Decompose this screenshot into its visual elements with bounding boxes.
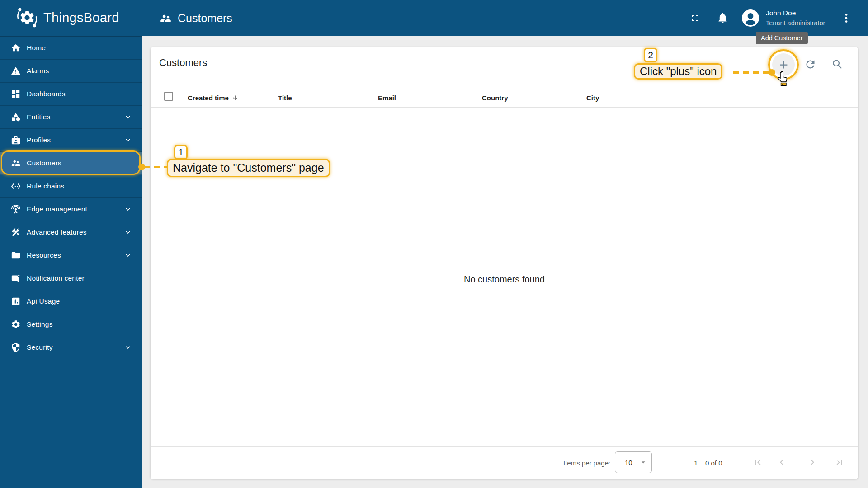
notification-center-icon [11,273,21,283]
sidebar-item-settings[interactable]: Settings [0,313,142,336]
next-page-button[interactable] [807,457,818,468]
profiles-icon [11,135,21,145]
footer-divider [151,446,858,447]
step2-callout: Click "plus" icon [634,63,722,80]
notifications-bell-icon[interactable] [717,12,729,24]
sidebar-item-label: Settings [27,320,53,328]
plus-icon [778,59,790,71]
select-all-checkbox[interactable] [164,92,173,101]
sidebar-item-label: Notification center [27,274,85,282]
caret-down-icon [639,458,648,467]
sort-arrow-down-icon [232,94,239,101]
sidebar-item-profiles[interactable]: Profiles [0,129,142,152]
customers-card: Customers Created timeTitleEmailCountryC… [151,47,858,479]
sidebar-item-label: Security [27,343,53,352]
page-title: Customers [159,57,207,69]
customers-people-icon [160,12,172,24]
kebab-menu-icon[interactable] [840,12,852,24]
last-page-button[interactable] [834,457,845,468]
page-size-select[interactable]: 10 [615,451,652,473]
sidebar-item-api-usage[interactable]: Api Usage [0,290,142,313]
sidebar-item-dashboards[interactable]: Dashboards [0,83,142,106]
page-size-value: 10 [625,459,632,466]
settings-icon [11,319,21,329]
sidebar-item-edge-management[interactable]: Edge management [0,198,142,221]
topbar-page-title: Customers [160,0,232,36]
thingsboard-logo-icon [15,6,39,29]
home-icon [11,43,21,53]
chevron-down-icon [123,205,132,214]
sidebar-item-label: Profiles [27,136,51,144]
empty-table-message: No customers found [151,274,858,285]
first-page-button[interactable] [752,457,763,468]
add-customer-tooltip: Add Customer [756,32,808,44]
sidebar: HomeAlarmsDashboardsEntitiesProfilesCust… [0,36,142,488]
sidebar-item-label: Entities [27,113,50,121]
pagination-range: 1 – 0 of 0 [694,459,722,467]
sidebar-item-label: Api Usage [27,297,60,305]
advanced-features-icon [11,227,21,237]
sidebar-item-label: Home [27,44,46,52]
sidebar-item-rule-chains[interactable]: Rule chains [0,175,142,198]
user-role: Tenant administrator [766,19,825,27]
resources-icon [11,250,21,260]
sidebar-item-label: Alarms [27,67,49,75]
sidebar-item-label: Rule chains [27,182,64,190]
sidebar-item-home[interactable]: Home [0,37,142,60]
previous-page-button[interactable] [776,457,787,468]
step2-number-badge: 2 [644,48,657,62]
app-name: ThingsBoard [43,10,119,25]
step2-connector-dot [769,69,775,76]
topbar: ThingsBoard Customers John Doe Tenant ad… [0,0,868,36]
step1-connector-line [144,166,167,168]
sidebar-item-entities[interactable]: Entities [0,106,142,129]
column-header-created-time[interactable]: Created time [188,94,239,102]
step2-connector-line [733,71,769,74]
sidebar-item-label: Dashboards [27,90,66,98]
api-usage-icon [11,296,21,306]
sidebar-item-label: Edge management [27,205,87,213]
chevron-down-icon [123,251,132,260]
items-per-page-label: Items per page: [563,459,610,467]
sidebar-item-label: Resources [27,251,61,259]
column-header-title[interactable]: Title [278,94,292,102]
chevron-down-icon [123,228,132,237]
chevron-down-icon [123,343,132,352]
chevron-down-icon [123,136,132,145]
search-icon[interactable] [831,58,844,70]
add-customer-button[interactable] [772,53,795,76]
warning-icon [11,66,21,76]
dashboards-icon [11,89,21,99]
sidebar-item-resources[interactable]: Resources [0,244,142,267]
fullscreen-icon[interactable] [690,13,701,23]
column-header-city[interactable]: City [586,94,599,102]
column-header-email[interactable]: Email [378,94,396,102]
step1-number-badge: 1 [174,145,188,160]
chevron-down-icon [123,113,132,122]
refresh-icon[interactable] [804,58,816,70]
sidebar-item-label: Advanced features [27,228,87,236]
security-icon [11,343,21,352]
app-logo[interactable]: ThingsBoard [15,6,119,29]
sidebar-item-label: Customers [27,159,61,167]
rule-chains-icon [11,181,21,191]
edge-management-icon [11,204,21,214]
column-header-country[interactable]: Country [482,94,508,102]
step1-callout: Navigate to "Customers" page [167,159,330,177]
sidebar-item-alarms[interactable]: Alarms [0,60,142,83]
thingsboard-app: ThingsBoard Customers John Doe Tenant ad… [0,0,868,488]
sidebar-item-notification-center[interactable]: Notification center [0,267,142,290]
header-divider [151,107,858,108]
user-name: John Doe [766,9,796,17]
sidebar-item-advanced-features[interactable]: Advanced features [0,221,142,244]
sidebar-item-security[interactable]: Security [0,336,142,359]
entities-icon [11,112,21,122]
avatar[interactable] [741,9,760,27]
sidebar-item-customers[interactable]: Customers [0,152,142,175]
customers-icon [11,158,21,168]
